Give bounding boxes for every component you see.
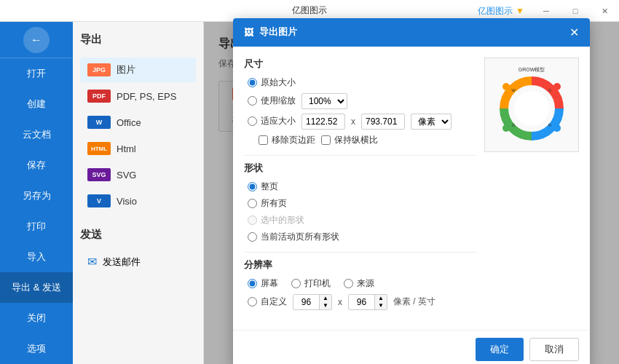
send-section-title: 发送 xyxy=(80,228,196,242)
dialog-icon: 🖼 xyxy=(244,27,253,38)
original-size-label[interactable]: 原始大小 xyxy=(248,76,296,89)
close-button[interactable]: ✕ xyxy=(590,0,619,22)
custom-res-label[interactable]: 自定义 xyxy=(248,296,287,308)
keep-ratio-checkbox[interactable] xyxy=(321,135,331,145)
sidebar-item-options[interactable]: 选项 xyxy=(0,333,73,364)
dialog-title: 导出图片 xyxy=(259,25,297,39)
svg-point-11 xyxy=(502,83,510,90)
res-y-steppers: ▲ ▼ xyxy=(374,295,387,309)
html-badge: HTML xyxy=(87,142,111,155)
remove-margin-text: 移除页边距 xyxy=(272,134,315,146)
remove-margin-label[interactable]: 移除页边距 xyxy=(259,134,315,146)
export-item-pdf[interactable]: PDF PDF, PS, EPS xyxy=(80,84,196,108)
sidebar-item-import[interactable]: 导入 xyxy=(0,242,73,272)
custom-res-text: 自定义 xyxy=(261,296,287,308)
svg-badge: SVG xyxy=(87,168,111,181)
dialog-close-button[interactable]: ✕ xyxy=(569,25,579,39)
sidebar-item-cloud[interactable]: 云文档 xyxy=(0,119,73,150)
fit-size-label[interactable]: 适应大小 xyxy=(248,115,296,127)
main-layout: ← 打开 创建 云文档 保存 另存为 打印 导入 导出 & 发送 关闭 选项 ⊖… xyxy=(0,22,619,364)
pdf-badge: PDF xyxy=(87,90,111,103)
zoom-size-label[interactable]: 使用缩放 xyxy=(248,95,296,107)
shape-radio-active: 当前活动页所有形状 xyxy=(244,231,477,243)
resolution-section: 分辨率 屏幕 打印机 xyxy=(244,258,477,310)
custom-res-radio[interactable] xyxy=(248,297,257,306)
printer-res-label[interactable]: 打印机 xyxy=(291,277,331,290)
export-pdf-label: PDF, PS, EPS xyxy=(117,91,176,102)
active-page-shapes-radio[interactable] xyxy=(248,232,257,242)
all-pages-label[interactable]: 所有页 xyxy=(248,197,287,210)
export-item-office[interactable]: W Office xyxy=(80,110,196,135)
dialog-overlay: 🖼 导出图片 ✕ 尺寸 xyxy=(204,22,619,364)
send-email-item[interactable]: ✉ 发送邮件 xyxy=(80,249,196,274)
export-image-label: 图片 xyxy=(117,63,135,76)
sidebar-item-close[interactable]: 关闭 xyxy=(0,303,73,333)
svg-text:O: O xyxy=(512,123,516,127)
fit-radio[interactable] xyxy=(248,116,257,126)
zoom-text: 使用缩放 xyxy=(261,95,296,107)
res-y-up[interactable]: ▲ xyxy=(375,295,387,302)
size-radio-fit: 适应大小 x 像素 厘米 英寸 xyxy=(244,114,477,130)
screen-res-radio[interactable] xyxy=(248,279,257,288)
res-x-stepper: ▲ ▼ xyxy=(293,294,332,310)
dialog-body: 尺寸 原始大小 使用 xyxy=(233,47,590,330)
shape-radio-all: 所有页 xyxy=(244,197,477,210)
confirm-button[interactable]: 确定 xyxy=(476,338,524,361)
height-input[interactable] xyxy=(361,114,405,130)
screen-res-label[interactable]: 屏幕 xyxy=(248,277,278,290)
source-res-text: 来源 xyxy=(357,277,374,290)
export-office-label: Office xyxy=(117,117,141,128)
export-item-svg[interactable]: SVG SVG xyxy=(80,162,196,187)
source-res-label[interactable]: 来源 xyxy=(344,277,374,290)
sidebar-item-open[interactable]: 打开 xyxy=(0,58,73,89)
send-section: 发送 ✉ 发送邮件 xyxy=(80,228,196,274)
sidebar-item-print[interactable]: 打印 xyxy=(0,211,73,242)
dialog-left: 尺寸 原始大小 使用 xyxy=(244,58,477,319)
svg-point-9 xyxy=(553,124,561,132)
margin-ratio-row: 移除页边距 保持纵横比 xyxy=(244,134,477,146)
res-x-separator: x xyxy=(338,297,342,307)
selected-shapes-radio xyxy=(248,215,257,225)
export-item-visio[interactable]: V Visio xyxy=(80,189,196,213)
full-page-label[interactable]: 整页 xyxy=(248,181,278,193)
res-section-title: 分辨率 xyxy=(244,258,477,272)
sidebar-item-save[interactable]: 保存 xyxy=(0,150,73,181)
back-button[interactable]: ← xyxy=(23,27,50,53)
export-item-image[interactable]: JPG 图片 xyxy=(80,58,196,82)
sidebar-top: ← xyxy=(0,22,73,58)
res-y-down[interactable]: ▼ xyxy=(375,302,387,309)
active-page-shapes-label[interactable]: 当前活动页所有形状 xyxy=(248,231,339,243)
sidebar-item-export[interactable]: 导出 & 发送 xyxy=(0,272,73,303)
content-area: 导出为图像 保存为图片文件，比如BMP, JPEG, PNG, GIF格式。 J… xyxy=(204,22,619,364)
jpg-badge: JPG xyxy=(87,63,111,76)
dialog-footer: 确定 取消 xyxy=(233,330,590,365)
active-page-shapes-text: 当前活动页所有形状 xyxy=(261,231,339,243)
selected-shapes-label[interactable]: 选中的形状 xyxy=(248,214,304,226)
logo-dropdown-icon[interactable]: ▼ xyxy=(516,6,524,16)
res-unit-label: 像素 / 英寸 xyxy=(393,296,435,308)
export-item-html[interactable]: HTML Html xyxy=(80,136,196,161)
res-x-up[interactable]: ▲ xyxy=(320,295,331,302)
zoom-radio[interactable] xyxy=(248,96,257,106)
source-res-radio[interactable] xyxy=(344,279,353,288)
width-input[interactable] xyxy=(301,114,345,130)
keep-ratio-label[interactable]: 保持纵横比 xyxy=(321,134,378,146)
printer-res-radio[interactable] xyxy=(291,279,301,288)
sidebar-item-saveas[interactable]: 另存为 xyxy=(0,181,73,211)
res-y-input[interactable] xyxy=(349,295,374,309)
full-page-radio[interactable] xyxy=(248,182,257,191)
sidebar-item-create[interactable]: 创建 xyxy=(0,89,73,119)
remove-margin-checkbox[interactable] xyxy=(259,135,268,145)
original-size-radio[interactable] xyxy=(248,78,257,87)
zoom-select[interactable]: 100% 50% 200% xyxy=(301,93,347,109)
printer-res-text: 打印机 xyxy=(304,277,331,290)
svg-point-8 xyxy=(553,83,561,90)
res-x-down[interactable]: ▼ xyxy=(320,302,331,309)
send-email-label: 发送邮件 xyxy=(103,256,141,269)
res-x-input[interactable] xyxy=(293,295,319,309)
all-pages-radio[interactable] xyxy=(248,199,257,208)
shape-section-title: 形状 xyxy=(244,162,477,175)
cancel-button[interactable]: 取消 xyxy=(529,338,579,361)
keep-ratio-text: 保持纵横比 xyxy=(334,134,378,146)
unit-select[interactable]: 像素 厘米 英寸 xyxy=(411,114,452,130)
